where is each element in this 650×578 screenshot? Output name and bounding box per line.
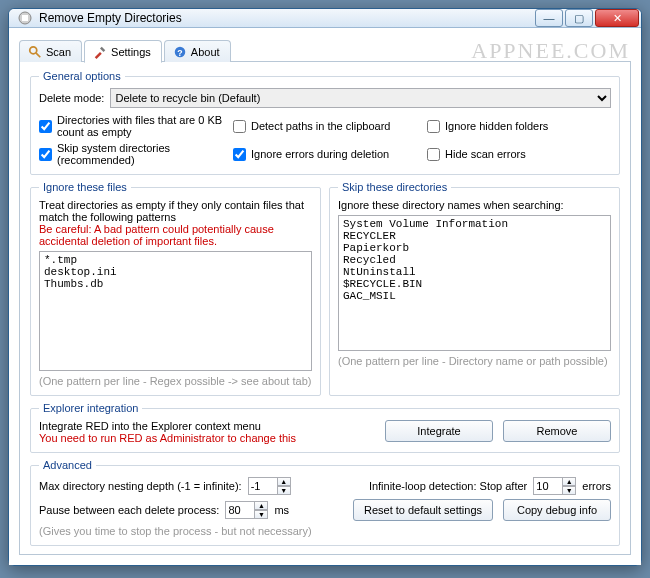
loop-spinner[interactable]: ▲▼	[533, 477, 576, 495]
reset-defaults-button[interactable]: Reset to default settings	[353, 499, 493, 521]
tab-scan-label: Scan	[46, 46, 71, 58]
maximize-button[interactable]: ▢	[565, 9, 593, 27]
check-detect-clipboard[interactable]: Detect paths in the clipboard	[233, 114, 417, 138]
pause-spinner[interactable]: ▲▼	[225, 501, 268, 519]
tools-icon	[93, 45, 107, 59]
copy-debug-button[interactable]: Copy debug info	[503, 499, 611, 521]
general-options-group: General options Delete mode: Delete to r…	[30, 70, 620, 175]
check-ignore-hidden[interactable]: Ignore hidden folders	[427, 114, 611, 138]
spin-up-icon[interactable]: ▲	[562, 477, 576, 486]
explorer-integration-group: Explorer integration Integrate RED into …	[30, 402, 620, 453]
ignore-files-hint: (One pattern per line - Regex possible -…	[39, 375, 312, 387]
ignore-files-group: Ignore these files Treat directories as …	[30, 181, 321, 396]
advanced-legend: Advanced	[39, 459, 96, 471]
check-hide-scan-errors[interactable]: Hide scan errors	[427, 142, 611, 166]
ignore-files-legend: Ignore these files	[39, 181, 131, 193]
skip-dirs-textarea[interactable]	[338, 215, 611, 351]
settings-panel: General options Delete mode: Delete to r…	[19, 62, 631, 555]
max-depth-input[interactable]	[248, 477, 278, 495]
svg-text:?: ?	[177, 48, 182, 58]
loop-label-post: errors	[582, 480, 611, 492]
max-depth-spinner[interactable]: ▲▼	[248, 477, 291, 495]
spin-down-icon[interactable]: ▼	[562, 486, 576, 495]
app-icon	[17, 10, 33, 26]
spin-up-icon[interactable]: ▲	[277, 477, 291, 486]
loop-label-pre: Infinite-loop detection: Stop after	[369, 480, 527, 492]
close-button[interactable]: ✕	[595, 9, 639, 27]
pause-hint: (Gives you time to stop the process - bu…	[39, 525, 611, 537]
titlebar: Remove Empty Directories — ▢ ✕	[9, 9, 641, 28]
explorer-warning: You need to run RED as Administrator to …	[39, 432, 379, 444]
spin-up-icon[interactable]: ▲	[254, 501, 268, 510]
general-legend: General options	[39, 70, 125, 82]
tab-settings-label: Settings	[111, 46, 151, 58]
advanced-group: Advanced Max directory nesting depth (-1…	[30, 459, 620, 546]
svg-rect-1	[22, 15, 28, 21]
check-ignore-errors[interactable]: Ignore errors during deletion	[233, 142, 417, 166]
tab-about-label: About	[191, 46, 220, 58]
loop-input[interactable]	[533, 477, 563, 495]
help-icon: ?	[173, 45, 187, 59]
skip-dirs-legend: Skip these directories	[338, 181, 451, 193]
delete-mode-label: Delete mode:	[39, 92, 104, 104]
ignore-files-desc: Treat directories as empty if they only …	[39, 199, 312, 223]
tab-about[interactable]: ? About	[164, 40, 231, 62]
spin-down-icon[interactable]: ▼	[277, 486, 291, 495]
svg-line-3	[36, 53, 40, 57]
tab-strip: Scan Settings ? About	[19, 34, 631, 62]
remove-integration-button[interactable]: Remove	[503, 420, 611, 442]
ignore-files-warning: Be careful: A bad pattern could potentia…	[39, 223, 312, 247]
explorer-legend: Explorer integration	[39, 402, 142, 414]
pause-unit: ms	[274, 504, 289, 516]
tab-settings[interactable]: Settings	[84, 40, 162, 63]
window-title: Remove Empty Directories	[39, 11, 533, 25]
max-depth-label: Max directory nesting depth (-1 = infini…	[39, 480, 242, 492]
tab-scan[interactable]: Scan	[19, 40, 82, 62]
integrate-button[interactable]: Integrate	[385, 420, 493, 442]
pause-input[interactable]	[225, 501, 255, 519]
magnifier-icon	[28, 45, 42, 59]
minimize-button[interactable]: —	[535, 9, 563, 27]
spin-down-icon[interactable]: ▼	[254, 510, 268, 519]
check-skip-system[interactable]: Skip system directories (recommended)	[39, 142, 223, 166]
check-zero-kb[interactable]: Directories with files that are 0 KB cou…	[39, 114, 223, 138]
client-area: Scan Settings ? About General options De…	[9, 28, 641, 565]
app-window: Remove Empty Directories — ▢ ✕ Scan Sett…	[8, 8, 642, 566]
skip-dirs-hint: (One pattern per line - Directory name o…	[338, 355, 611, 367]
explorer-desc: Integrate RED into the Explorer context …	[39, 420, 379, 432]
skip-dirs-desc: Ignore these directory names when search…	[338, 199, 611, 211]
ignore-files-textarea[interactable]	[39, 251, 312, 371]
svg-point-2	[30, 47, 37, 54]
delete-mode-select[interactable]: Delete to recycle bin (Default)	[110, 88, 611, 108]
pause-label: Pause between each delete process:	[39, 504, 219, 516]
skip-dirs-group: Skip these directories Ignore these dire…	[329, 181, 620, 396]
